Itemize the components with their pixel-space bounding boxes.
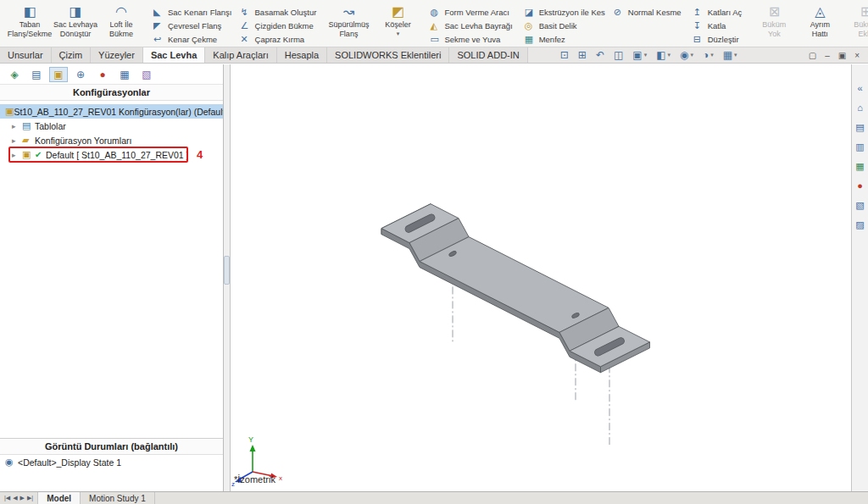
sac-levha-bayragi-button[interactable]: ◭ Sac Levha Bayrağı xyxy=(427,19,515,32)
previous-view-icon[interactable]: ↶ xyxy=(596,49,604,61)
normal-kesme-button[interactable]: ⊘ Normal Kesme xyxy=(611,5,684,19)
tree-item-default-configuration[interactable]: ▸ ▣ ✔ Default [ St10_AB_110_27_REV01 ] 4 xyxy=(0,147,223,162)
expand-arrow-icon[interactable]: ▸ xyxy=(12,151,22,159)
cascade-window-icon[interactable]: ▢ xyxy=(809,51,816,60)
taban-flans-sekme-button[interactable]: ◧ Taban Flanş/Sekme xyxy=(7,2,53,38)
panel-splitter[interactable] xyxy=(224,64,231,491)
tree-item-label: Konfigürasyon Yorumları xyxy=(35,136,131,146)
tab-kalip-araclari[interactable]: Kalıp Araçları xyxy=(205,47,276,63)
appearances-icon[interactable]: ● xyxy=(857,180,863,191)
tab-yuzeyler[interactable]: Yüzeyler xyxy=(91,47,143,63)
custom-properties-icon[interactable]: ▧ xyxy=(855,200,864,211)
basamak-olustur-icon: ↯ xyxy=(241,7,253,18)
minimize-icon[interactable]: – xyxy=(825,51,830,60)
basamak-olustur-label: Basamak Oluştur xyxy=(255,8,317,17)
file-explorer-icon[interactable]: ▥ xyxy=(855,141,864,152)
sensors-tab-icon[interactable]: ▧ xyxy=(137,67,156,82)
tab-hesapla[interactable]: Hesapla xyxy=(277,47,327,63)
ayrim-hatti-button[interactable]: ◬ Ayrım Hattı xyxy=(797,2,843,38)
tree-item-comments[interactable]: ▸ ▰ Konfigürasyon Yorumları xyxy=(0,133,223,147)
loft-ile-bukme-icon: ◠ xyxy=(115,4,127,19)
ribbon: ◧ Taban Flanş/Sekme ◨ Sac Levhaya Dönüşt… xyxy=(0,0,868,47)
sac-kenari-flansi-label: Sac Kenarı Flanşı xyxy=(168,8,232,17)
scroll-first-icon[interactable]: |◀ xyxy=(4,495,10,501)
duzlestir-label: Düzleştir xyxy=(708,35,739,44)
display-manager-tab-icon[interactable]: ● xyxy=(93,67,112,82)
katla-button[interactable]: ↧ Katla xyxy=(691,19,729,32)
collapse-pane-icon[interactable]: « xyxy=(857,83,862,94)
menfez-button[interactable]: ▦ Menfez xyxy=(522,32,568,46)
loft-ile-bukme-button[interactable]: ◠ Loft İle Bükme xyxy=(98,2,144,38)
configuration-manager-tab-icon[interactable]: ▣ xyxy=(49,67,68,82)
ribbon-group-corners: ◩ Köşeler ▾ xyxy=(373,2,422,46)
sac-kenari-flansi-button[interactable]: ◣ Sac Kenarı Flanşı xyxy=(151,5,235,19)
close-icon[interactable]: × xyxy=(854,51,860,60)
tab-solidworks-eklentileri[interactable]: SOLIDWORKS Eklentileri xyxy=(327,47,449,63)
supurulmus-flans-button[interactable]: ↝ Süpürülmüş Flanş xyxy=(326,2,371,38)
panel-spacer xyxy=(0,469,223,491)
tab-solid-add-in[interactable]: SOLID ADD-IN xyxy=(449,47,527,63)
feature-manager-tab-icon[interactable]: ◈ xyxy=(5,67,24,82)
koseler-dropdown-icon[interactable]: ▾ xyxy=(397,30,400,37)
katlari-ac-button[interactable]: ↥ Katları Aç xyxy=(691,5,745,19)
basit-delik-button[interactable]: ◎ Basit Delik xyxy=(522,19,580,32)
scroll-prev-icon[interactable]: ◀ xyxy=(13,495,17,501)
tab-model[interactable]: Model xyxy=(38,492,81,504)
cizgiden-bukme-button[interactable]: ∠ Çizgiden Bükme xyxy=(238,19,316,32)
view-palette-icon[interactable]: ▦ xyxy=(855,161,864,172)
koseler-button[interactable]: ◩ Köşeler ▾ xyxy=(375,2,420,37)
part-3d-model[interactable] xyxy=(381,204,650,373)
sekme-ve-yuva-icon: ▭ xyxy=(430,34,442,45)
tree-item-tables[interactable]: ▸ ▤ Tablolar xyxy=(0,119,223,133)
splitter-collapse-handle[interactable] xyxy=(224,256,230,285)
tab-scroll-nav: |◀ ◀ ▶ ▶| xyxy=(0,492,38,504)
tab-unsurlar[interactable]: Unsurlar xyxy=(0,47,52,63)
zoom-area-icon[interactable]: ⊞ xyxy=(578,49,587,61)
graphics-area[interactable]: Y x z *İzometrik xyxy=(231,64,851,491)
view-settings-icon[interactable]: ▦▾ xyxy=(723,49,737,61)
tab-sac-levha[interactable]: Sac Levha xyxy=(143,47,205,63)
tab-motion-study-1[interactable]: Motion Study 1 xyxy=(81,492,155,504)
configuration-manager-panel: ◈ ▤ ▣ ⊕ ● ▦ ▧ Konfigürasyonlar ▣ St10_AB… xyxy=(0,64,224,491)
scroll-last-icon[interactable]: ▶| xyxy=(27,495,33,501)
form-verme-araci-button[interactable]: ◍ Form Verme Aracı xyxy=(427,5,512,19)
duzlestir-button[interactable]: ⊟ Düzleştir xyxy=(691,32,742,46)
home-icon[interactable]: ⌂ xyxy=(857,102,863,114)
ribbon-group-base-flange: ◧ Taban Flanş/Sekme ◨ Sac Levhaya Dönüşt… xyxy=(5,2,146,46)
sac-levhaya-donustur-button[interactable]: ◨ Sac Levhaya Dönüştür xyxy=(53,2,98,38)
kenar-cekme-button[interactable]: ↩ Kenar Çekme xyxy=(151,32,220,46)
restore-icon[interactable]: ▣ xyxy=(838,51,846,60)
section-view-icon[interactable]: ◫ xyxy=(614,49,623,61)
tab-cizim[interactable]: Çizim xyxy=(52,47,92,63)
chevron-down-icon: ▾ xyxy=(710,52,714,58)
tables-icon: ▤ xyxy=(22,120,35,131)
expand-arrow-icon[interactable]: ▸ xyxy=(12,122,22,130)
ribbon-group-forming: ◍ Form Verme Aracı ◭ Sac Levha Bayrağı ▭… xyxy=(426,2,516,46)
scroll-next-icon[interactable]: ▶ xyxy=(20,495,25,501)
design-library-icon[interactable]: ▤ xyxy=(855,122,864,133)
ekstruzyon-ile-kes-button[interactable]: ◪ Ekstrüzyon ile Kes xyxy=(522,5,608,19)
cam-tab-icon[interactable]: ▦ xyxy=(115,67,134,82)
motion-study-tab-bar: |◀ ◀ ▶ ▶| Model Motion Study 1 xyxy=(0,491,868,504)
ribbon-group-convert: ⊠ Büküm Yok ◬ Ayrım Hattı ⊞ Büküm Ekle xyxy=(749,2,868,46)
capraz-kirma-button[interactable]: ✕ Çapraz Kırma xyxy=(238,32,308,46)
koseler-icon: ◩ xyxy=(392,4,404,19)
koseler-label: Köşeler xyxy=(385,20,411,30)
zoom-fit-icon[interactable]: ⊡ xyxy=(560,49,569,61)
capraz-kirma-label: Çapraz Kırma xyxy=(255,35,305,44)
tree-item-configurations-root[interactable]: ▣ St10_AB_110_27_REV01 Konfigürasyon(lar… xyxy=(0,104,223,119)
view-orientation-icon[interactable]: ▣▾ xyxy=(632,49,647,61)
display-state-item[interactable]: ◉ <Default>_Display State 1 xyxy=(0,455,223,469)
edit-appearance-icon[interactable]: ◑▾ xyxy=(703,49,714,61)
property-manager-tab-icon[interactable]: ▤ xyxy=(27,67,46,82)
hide-show-items-icon[interactable]: ◉▾ xyxy=(680,49,693,61)
form-verme-araci-label: Form Verme Aracı xyxy=(444,8,509,17)
cevresel-flans-button[interactable]: ◤ Çevresel Flanş xyxy=(151,19,224,32)
dimxpert-tab-icon[interactable]: ⊕ xyxy=(71,67,90,82)
basamak-olustur-button[interactable]: ↯ Basamak Oluştur xyxy=(238,5,320,19)
forum-icon[interactable]: ▨ xyxy=(855,219,864,230)
sac-levhaya-donustur-icon: ◨ xyxy=(69,4,81,19)
sekme-ve-yuva-button[interactable]: ▭ Sekme ve Yuva xyxy=(427,32,503,46)
display-style-icon[interactable]: ◧▾ xyxy=(656,49,670,61)
expand-arrow-icon[interactable]: ▸ xyxy=(12,136,22,145)
